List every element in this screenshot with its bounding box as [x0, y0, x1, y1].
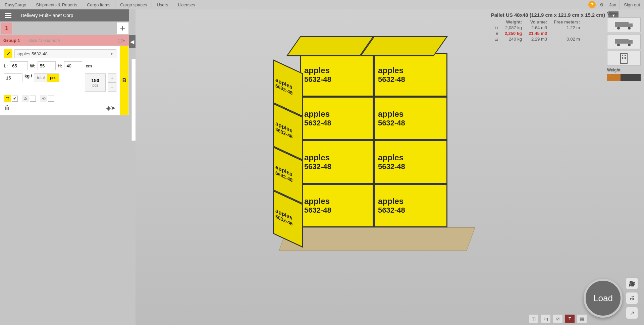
svg-rect-7	[615, 39, 629, 44]
weight-bar	[607, 74, 641, 81]
svg-rect-11	[621, 53, 627, 63]
group-name[interactable]: Group 1	[3, 38, 20, 43]
top-nav: EasyCargo Shipments & Reports Cargo item…	[0, 0, 644, 9]
length-label: L:	[4, 63, 8, 68]
item-color-strip[interactable]: B	[120, 46, 128, 115]
svg-point-5	[617, 27, 620, 30]
weight-mode-segment: total pcs	[34, 73, 59, 82]
rotate-icon[interactable]: ⟲	[40, 95, 47, 102]
height-input[interactable]	[64, 61, 82, 70]
group-header: Group 1 - click to edit note ⬚➤	[0, 35, 129, 46]
weight-unit: kg /	[24, 73, 32, 78]
row1-v: 21.45 m3	[525, 31, 550, 36]
row0-v: 2.64 m3	[525, 25, 550, 31]
svg-point-9	[617, 44, 620, 46]
item-card: ✔ apples 5632-48 L: W: H: cm kg / total …	[0, 46, 129, 115]
pallet-render: apples5632-48 apples5632-48 apples5632-4…	[263, 26, 481, 261]
print-icon[interactable]: 🖨	[626, 292, 638, 304]
height-label: H:	[58, 63, 62, 68]
view-truck-side-icon[interactable]	[607, 17, 641, 32]
hazard-checkbox[interactable]	[30, 96, 36, 102]
tool-grid-icon[interactable]: ▦	[577, 314, 587, 323]
camera-icon[interactable]: 🎥	[626, 277, 638, 289]
pallet-title: Pallet US 48x48 (121.9 cm x 121.9 cm x 1…	[491, 12, 605, 18]
user-name[interactable]: Jan	[606, 0, 620, 9]
svg-point-6	[628, 27, 631, 30]
group-box-icon[interactable]: ⬚➤	[118, 38, 125, 43]
tab-1[interactable]: 1	[1, 22, 13, 34]
width-label: W:	[30, 63, 35, 68]
svg-rect-0	[5, 13, 11, 14]
item-3d-icon[interactable]: ◈➤	[106, 104, 116, 112]
help-icon[interactable]: ?	[588, 1, 596, 8]
svg-rect-3	[615, 22, 629, 27]
row2-f: 0.02 m	[550, 36, 583, 42]
qty-label: pcs	[92, 83, 98, 87]
row1-f	[550, 31, 583, 36]
tool-forbid-icon[interactable]: ⊘	[553, 314, 563, 323]
load-button[interactable]: Load	[584, 279, 623, 318]
bottom-toolbar: ◫ kg ⊘ T ▦	[529, 314, 587, 323]
qty-value: 150	[91, 78, 99, 83]
view-truck-back-icon[interactable]	[607, 34, 641, 49]
hazard-icon[interactable]: ✲	[22, 95, 29, 102]
share-icon[interactable]: ↗	[626, 307, 638, 319]
row2-w: 240 kg	[501, 36, 525, 42]
nav-licenses[interactable]: Licenses	[173, 0, 200, 9]
qty-minus-button[interactable]: −	[108, 83, 116, 92]
row1-w: 2,250 kg	[501, 31, 525, 36]
weight-input[interactable]	[4, 73, 22, 82]
tool-text-icon[interactable]: T	[565, 314, 575, 323]
item-enabled-checkbox[interactable]: ✔	[4, 49, 12, 58]
stack-icon[interactable]: ⇈	[4, 95, 11, 102]
add-tab-button[interactable]: +	[117, 22, 129, 34]
shipment-title: Delivery FruitPlanet Corp	[16, 13, 73, 18]
svg-point-10	[628, 44, 631, 46]
3d-viewport[interactable]: apples5632-48 apples5632-48 apples5632-4…	[136, 9, 644, 325]
hamburger-menu-icon[interactable]	[0, 9, 16, 21]
weight-label: Weight	[607, 68, 641, 72]
nav-shipments[interactable]: Shipments & Reports	[31, 0, 82, 9]
row-icon-2: ⬓	[491, 36, 501, 42]
group-note-input[interactable]: - click to edit note	[26, 38, 118, 43]
views-panel: Views Weight	[607, 11, 641, 81]
svg-rect-8	[629, 40, 633, 44]
svg-rect-15	[625, 57, 626, 59]
seg-pcs[interactable]: pcs	[47, 74, 59, 82]
settings-gear-icon[interactable]: ⚙	[598, 0, 606, 9]
view-top-icon[interactable]	[607, 51, 641, 66]
svg-rect-12	[622, 55, 623, 56]
stack-checkbox[interactable]: ✔	[12, 96, 18, 102]
nav-users[interactable]: Users	[152, 0, 173, 9]
sign-out-link[interactable]: Sign out	[620, 0, 644, 9]
nav-cargo-spaces[interactable]: Cargo spaces	[115, 0, 152, 9]
svg-rect-2	[5, 17, 11, 18]
nav-cargo-items[interactable]: Cargo items	[82, 0, 115, 9]
hdr-freem: Free meters:	[550, 19, 583, 25]
quantity-display: 150 pcs	[85, 73, 106, 92]
width-input[interactable]	[38, 61, 56, 70]
row-icon-0: ⊔	[491, 25, 501, 31]
delete-item-icon[interactable]: 🗑	[4, 104, 10, 112]
svg-rect-13	[625, 55, 626, 56]
views-label: Views	[607, 11, 641, 16]
tool-kg-icon[interactable]: kg	[541, 314, 551, 323]
svg-rect-1	[5, 15, 11, 16]
row0-f: 1.22 m	[550, 25, 583, 31]
tool-box-icon[interactable]: ◫	[529, 314, 539, 323]
collapse-panel-icon[interactable]: ◀	[129, 35, 136, 48]
item-name-select[interactable]: apples 5632-48	[14, 49, 116, 58]
svg-rect-4	[629, 23, 633, 27]
hdr-weight: Weight:	[501, 19, 525, 25]
bottom-right-controls: Load 🎥 🖨 ↗	[584, 277, 638, 319]
svg-rect-14	[622, 57, 623, 59]
row0-w: 2,087 kg	[501, 25, 525, 31]
rotate-checkbox[interactable]	[48, 96, 54, 102]
left-panel: 1 + Group 1 - click to edit note ⬚➤ ✔ ap…	[0, 21, 129, 115]
seg-total[interactable]: total	[34, 74, 47, 82]
pallet-info: Pallet US 48x48 (121.9 cm x 121.9 cm x 1…	[491, 12, 605, 42]
length-input[interactable]	[10, 61, 28, 70]
qty-plus-button[interactable]: +	[108, 73, 116, 83]
dim-unit: cm	[86, 63, 92, 68]
brand: EasyCargo	[0, 0, 31, 9]
